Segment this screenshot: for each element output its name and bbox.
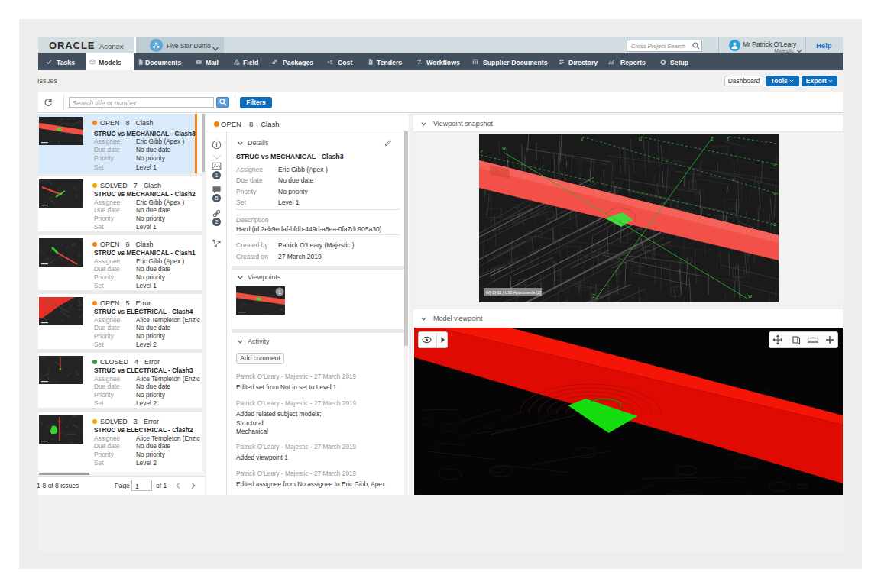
svg-text:v: v xyxy=(773,191,776,196)
svg-text:v: v xyxy=(581,136,584,141)
svg-text:c: c xyxy=(773,221,776,227)
svg-text:2: 2 xyxy=(592,293,595,299)
svg-text:W[-2]-11 | L31 Apartments [2]: W[-2]-11 | L31 Apartments [2] xyxy=(486,290,542,295)
svg-text:u: u xyxy=(639,136,642,141)
svg-text:»$: »$ xyxy=(327,60,333,65)
svg-text:f: f xyxy=(727,136,729,141)
svg-text:u: u xyxy=(773,162,776,167)
svg-text:2: 2 xyxy=(711,136,714,141)
svg-text:1: 1 xyxy=(278,289,282,296)
svg-text:w: w xyxy=(501,145,507,150)
svg-text:w: w xyxy=(747,293,753,299)
svg-text:c: c xyxy=(481,149,484,154)
